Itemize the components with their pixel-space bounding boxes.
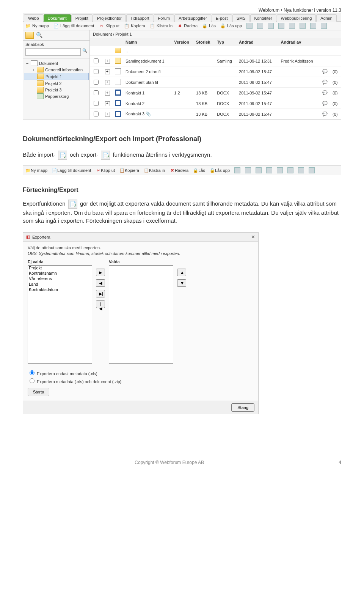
table-row[interactable]: +Dokument 2 utan fil2011-09-02 15:47💬(0): [90, 66, 341, 77]
move-all-right-button[interactable]: ▶|: [96, 290, 105, 297]
tool-icon[interactable]: [287, 167, 293, 173]
expand-icon[interactable]: +: [105, 101, 110, 106]
new-folder-button[interactable]: Ny mapp: [25, 168, 47, 173]
move-up-button[interactable]: ▲: [177, 269, 186, 276]
comment-icon[interactable]: 💬: [322, 90, 328, 95]
folder-big-icon[interactable]: [25, 32, 34, 39]
tab-projekt[interactable]: Projekt: [71, 14, 93, 22]
tool-icon[interactable]: [266, 167, 272, 173]
col-version[interactable]: Version: [172, 38, 194, 46]
unselected-list[interactable]: ProjektKontraktsnamnVår referensLandKont…: [28, 265, 92, 364]
tool-icon-6[interactable]: [300, 23, 306, 29]
tree-item-generell[interactable]: +Generell information: [24, 66, 89, 73]
paste-button[interactable]: Klistra in: [144, 168, 165, 173]
tab-dokument[interactable]: Dokument: [44, 14, 71, 22]
quicksearch-go-icon[interactable]: 🔍: [82, 48, 88, 56]
expand-icon[interactable]: +: [105, 59, 110, 64]
move-right-button[interactable]: ▶: [96, 269, 105, 276]
col-typ[interactable]: Typ: [215, 38, 237, 46]
row-checkbox[interactable]: [94, 58, 99, 63]
add-document-button[interactable]: Lägg till dokument: [53, 23, 94, 28]
lock-button[interactable]: Lås: [202, 23, 216, 28]
tool-icon[interactable]: [256, 167, 262, 173]
move-all-left-button[interactable]: |◀: [96, 300, 105, 308]
list-item[interactable]: Kontraktsdatum: [28, 287, 92, 293]
quicksearch-input[interactable]: [25, 48, 81, 56]
tab-epost[interactable]: E-post: [212, 14, 232, 22]
tab-arbetsuppgifter[interactable]: Arbetsuppgifter: [174, 14, 211, 22]
tool-icon-7[interactable]: [310, 23, 316, 29]
tool-icon-8[interactable]: [321, 23, 327, 29]
list-item[interactable]: Vår referens: [28, 276, 92, 282]
radio-metadata-only-input[interactable]: [30, 370, 35, 375]
col-namn[interactable]: Namn: [123, 38, 172, 46]
table-row[interactable]: +Samlingsdokument 1Samling2011-09-12 16:…: [90, 56, 341, 66]
tool-icon[interactable]: [234, 167, 240, 173]
radio-metadata-only[interactable]: Exportera endast metadata (.xls): [28, 369, 254, 376]
tool-icon[interactable]: [277, 167, 283, 173]
list-item[interactable]: Projekt: [28, 266, 92, 271]
table-row[interactable]: +Kontrakt 3 📎13 KBDOCX2011-09-02 15:47💬(…: [90, 109, 341, 120]
tool-icon[interactable]: [298, 167, 304, 173]
tab-admin[interactable]: Admin: [316, 14, 336, 22]
close-icon[interactable]: ✕: [251, 234, 255, 240]
tree-root[interactable]: −Dokument: [24, 60, 89, 66]
row-checkbox[interactable]: [94, 80, 99, 85]
delete-button[interactable]: Radera: [169, 168, 188, 173]
tree-item-projekt3[interactable]: Projekt 3: [24, 87, 89, 93]
unlock-button[interactable]: Lås upp: [220, 23, 242, 28]
col-andrad[interactable]: Ändrad: [237, 38, 279, 46]
copy-button[interactable]: Kopiera: [124, 23, 145, 28]
tab-sms[interactable]: SMS: [232, 14, 250, 22]
row-checkbox[interactable]: [94, 90, 99, 95]
col-andrad-av[interactable]: Ändrad av: [279, 38, 320, 46]
list-item[interactable]: Land: [28, 282, 92, 287]
radio-metadata-docs-input[interactable]: [30, 378, 35, 383]
tab-projektkontor[interactable]: Projektkontor: [93, 14, 126, 22]
table-row[interactable]: +Kontrakt 213 KBDOCX2011-09-02 15:47💬(0): [90, 98, 341, 109]
add-document-button[interactable]: Lägg till dokument: [52, 168, 91, 173]
comment-icon[interactable]: 💬: [322, 112, 328, 116]
tool-icon-3[interactable]: [268, 23, 274, 29]
cut-button[interactable]: Klipp ut: [99, 23, 119, 28]
radio-metadata-and-docs[interactable]: Exportera metadata (.xls) och dokument (…: [28, 377, 254, 384]
tab-webb[interactable]: Webb: [24, 14, 43, 22]
tool-icon-5[interactable]: [289, 23, 295, 29]
move-down-button[interactable]: ▼: [177, 279, 186, 287]
cut-button[interactable]: Klipp ut: [96, 168, 115, 173]
tab-kontakter[interactable]: Kontakter: [250, 14, 276, 22]
tab-webbpublicering[interactable]: Webbpublicering: [277, 14, 316, 22]
comment-icon[interactable]: 💬: [322, 101, 328, 105]
tool-icon-4[interactable]: [278, 23, 284, 29]
tab-forum[interactable]: Forum: [154, 14, 174, 22]
expand-icon[interactable]: +: [105, 80, 110, 85]
tool-icon-1[interactable]: [246, 23, 253, 29]
tool-icon[interactable]: [309, 167, 315, 173]
row-checkbox[interactable]: [94, 112, 99, 116]
move-left-button[interactable]: ◀: [96, 279, 105, 287]
tree-item-projekt2[interactable]: Projekt 2: [24, 80, 89, 87]
selected-list[interactable]: [109, 265, 173, 364]
close-button[interactable]: Stäng: [231, 403, 254, 412]
delete-button[interactable]: Radera: [177, 23, 198, 28]
tree-item-trash[interactable]: Papperskorg: [24, 93, 89, 99]
new-folder-button[interactable]: Ny mapp: [25, 23, 49, 28]
copy-button[interactable]: Kopiera: [119, 168, 139, 173]
tree-item-projekt1[interactable]: Projekt 1: [24, 73, 89, 80]
comment-icon[interactable]: 💬: [322, 80, 328, 84]
comment-icon[interactable]: 💬: [322, 69, 328, 74]
expand-icon[interactable]: +: [105, 112, 110, 117]
table-row[interactable]: +Dokument utan fil2011-09-02 15:47💬(0): [90, 77, 341, 88]
expand-icon[interactable]: +: [105, 69, 110, 74]
tool-icon[interactable]: [245, 167, 251, 173]
unlock-button[interactable]: Lås upp: [210, 168, 230, 173]
paste-button[interactable]: Klistra in: [150, 23, 173, 28]
lock-button[interactable]: Lås: [193, 168, 205, 173]
list-item[interactable]: Kontraktsnamn: [28, 271, 92, 276]
tab-tidrapport[interactable]: Tidrapport: [126, 14, 154, 22]
row-checkbox[interactable]: [94, 69, 99, 74]
table-row[interactable]: +Kontrakt 11.213 KBDOCX2011-09-02 15:47💬…: [90, 88, 341, 98]
row-checkbox[interactable]: [94, 101, 99, 106]
expand-icon[interactable]: +: [105, 91, 110, 96]
up-row[interactable]: ..: [90, 46, 341, 56]
